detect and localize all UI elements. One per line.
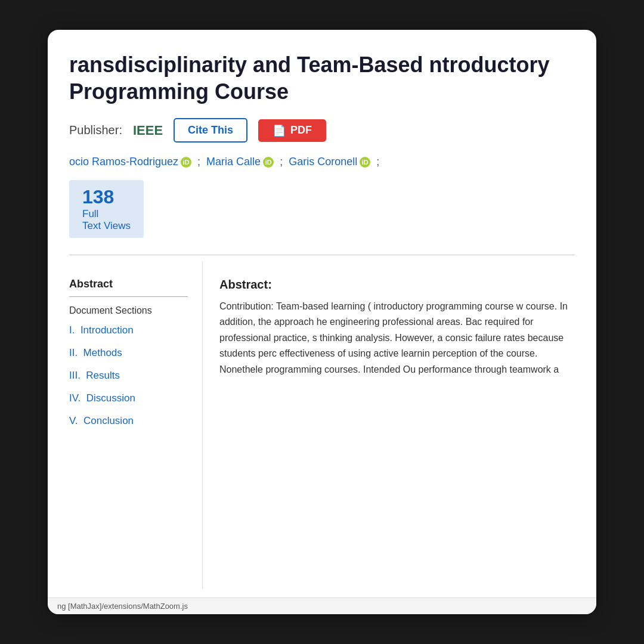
pdf-button[interactable]: 📄 PDF xyxy=(258,119,326,142)
header-section: ransdisciplinarity and Team-Based ntrodu… xyxy=(48,30,596,255)
author-sep-1: ; xyxy=(197,156,200,168)
publisher-name: IEEE xyxy=(133,123,163,138)
author-3-name: Garis Coronell xyxy=(289,156,357,168)
abstract-text: Contribution: Team-based learning ( intr… xyxy=(219,299,580,377)
article-card: ransdisciplinarity and Team-Based ntrodu… xyxy=(48,30,596,614)
metrics-sublabel: Text Views xyxy=(82,220,131,232)
sidebar-divider xyxy=(69,296,188,297)
metrics-number: 138 xyxy=(82,186,131,208)
main-content: Abstract Document Sections I. Introducti… xyxy=(48,261,596,589)
sidebar-nav-introduction[interactable]: I. Introduction xyxy=(69,324,188,336)
authors-row: ocio Ramos-Rodriguez iD ; Maria Calle iD… xyxy=(69,156,575,168)
abstract-heading: Abstract: xyxy=(219,278,580,292)
sidebar-abstract-label: Abstract xyxy=(69,278,188,290)
article-title: ransdisciplinarity and Team-Based ntrodu… xyxy=(69,51,575,105)
pdf-icon: 📄 xyxy=(273,124,286,137)
cite-button[interactable]: Cite This xyxy=(174,118,247,143)
sidebar-nav-discussion[interactable]: IV. Discussion xyxy=(69,392,188,404)
pdf-button-label: PDF xyxy=(290,124,312,137)
abstract-content: Abstract: Contribution: Team-based learn… xyxy=(203,261,596,589)
publisher-row: Publisher: IEEE Cite This 📄 PDF xyxy=(69,118,575,143)
header-divider xyxy=(69,255,575,255)
metrics-label: Full xyxy=(82,208,131,220)
author-sep-3: ; xyxy=(376,156,379,168)
sidebar-nav-conclusion[interactable]: V. Conclusion xyxy=(69,415,188,427)
author-3-orcid: iD xyxy=(360,157,370,168)
author-1-name: ocio Ramos-Rodriguez xyxy=(69,156,178,168)
author-1-orcid: iD xyxy=(181,157,191,168)
sidebar: Abstract Document Sections I. Introducti… xyxy=(48,261,203,589)
status-bar-text: ng [MathJax]/extensions/MathZoom.js xyxy=(57,602,188,611)
status-bar: ng [MathJax]/extensions/MathZoom.js xyxy=(48,597,596,614)
sidebar-nav-methods[interactable]: II. Methods xyxy=(69,347,188,359)
metrics-box: 138 Full Text Views xyxy=(69,180,144,238)
author-2-name: Maria Calle xyxy=(206,156,261,168)
sidebar-section-heading: Document Sections xyxy=(69,305,188,316)
author-sep-2: ; xyxy=(280,156,283,168)
author-3[interactable]: Garis Coronell iD xyxy=(289,156,370,168)
author-1[interactable]: ocio Ramos-Rodriguez iD xyxy=(69,156,191,168)
author-2-orcid: iD xyxy=(263,157,274,168)
publisher-label: Publisher: xyxy=(69,123,122,137)
author-2[interactable]: Maria Calle iD xyxy=(206,156,274,168)
sidebar-nav-results[interactable]: III. Results xyxy=(69,370,188,382)
